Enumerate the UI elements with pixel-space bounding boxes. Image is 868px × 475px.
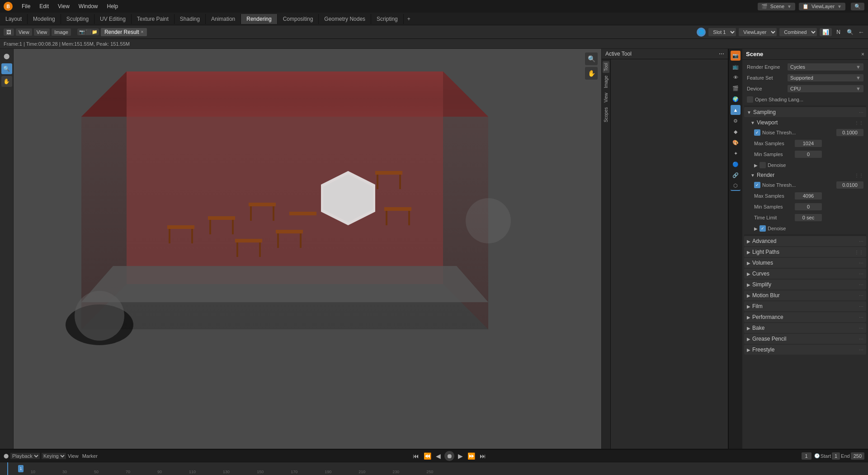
tab-scripting[interactable]: Scripting bbox=[371, 14, 404, 24]
editor-type-button[interactable]: 🖼 bbox=[4, 28, 14, 36]
open-shading-checkbox[interactable] bbox=[747, 96, 753, 103]
light-paths-section[interactable]: ▶ Light Paths ⋮⋮ bbox=[744, 247, 866, 257]
tab-animation[interactable]: Animation bbox=[206, 14, 241, 24]
simplify-section[interactable]: ▶ Simplify ⋯ bbox=[744, 280, 866, 290]
tool-hand[interactable]: ✋ bbox=[1, 76, 12, 87]
close-editor-button[interactable]: ← bbox=[858, 28, 864, 36]
bake-section[interactable]: ▶ Bake ⋯ bbox=[744, 323, 866, 333]
skip-start-button[interactable]: ⏮ bbox=[412, 451, 420, 461]
object-data-props-icon[interactable]: ⬡ bbox=[731, 181, 741, 191]
tab-uv-editing[interactable]: UV Editing bbox=[94, 14, 132, 24]
film-section[interactable]: ▶ Film ⋯ bbox=[744, 301, 866, 311]
sidebar-toggle[interactable]: N bbox=[835, 28, 842, 36]
search-area[interactable]: 🔍 bbox=[851, 3, 864, 10]
grease-pencil-section[interactable]: ▶ Grease Pencil ⋯ bbox=[744, 334, 866, 344]
prev-frame-button[interactable]: ⏪ bbox=[423, 451, 432, 461]
max-samples-viewport-value[interactable]: 1024 bbox=[795, 140, 822, 147]
view-layer-props-icon[interactable]: 👁 bbox=[731, 72, 741, 82]
keying-selector[interactable]: Keying bbox=[42, 453, 66, 459]
noise-thresh-render-checkbox[interactable]: ✓ bbox=[754, 182, 760, 188]
render-props-icon[interactable]: 📷 bbox=[731, 51, 741, 61]
feature-set-dropdown[interactable]: Supported ▼ bbox=[788, 74, 863, 81]
data-props-icon[interactable]: ◆ bbox=[731, 127, 741, 137]
view-menu-button[interactable]: View bbox=[16, 28, 32, 36]
prev-keyframe-button[interactable]: ◀ bbox=[435, 451, 442, 461]
tab-compositing[interactable]: Compositing bbox=[278, 14, 319, 24]
combined-selector[interactable]: Combined bbox=[779, 28, 817, 36]
menu-window[interactable]: Window bbox=[75, 2, 102, 10]
menu-help[interactable]: Help bbox=[104, 2, 122, 10]
zoom-overlay-button[interactable]: 🔍 bbox=[585, 52, 598, 65]
image-tab[interactable]: Image bbox=[603, 74, 609, 90]
modifier-props-icon[interactable]: ⚙ bbox=[731, 116, 741, 126]
tab-shading[interactable]: Shading bbox=[175, 14, 206, 24]
properties-close[interactable]: × bbox=[861, 51, 864, 57]
search-button[interactable]: 🔍 bbox=[845, 28, 855, 36]
scene-selector[interactable]: Scene bbox=[770, 4, 784, 9]
scene-props-icon[interactable]: 🎬 bbox=[731, 83, 741, 93]
curves-section[interactable]: ▶ Curves ⋯ bbox=[744, 269, 866, 279]
tl-expand-icon[interactable]: ⬤ bbox=[4, 453, 9, 458]
histogram-icon[interactable]: 📊 bbox=[820, 28, 832, 36]
image-menu-button[interactable]: Image bbox=[52, 28, 71, 36]
motion-blur-section[interactable]: ▶ Motion Blur ⋯ bbox=[744, 290, 866, 300]
world-props-icon[interactable]: 🌍 bbox=[731, 94, 741, 104]
freestyle-section[interactable]: ▶ Freestyle ⋯ bbox=[744, 345, 866, 355]
menu-edit[interactable]: Edit bbox=[36, 2, 52, 10]
noise-thresh-viewport-checkbox[interactable]: ✓ bbox=[754, 129, 760, 136]
particles-props-icon[interactable]: ✦ bbox=[731, 148, 741, 158]
view-tab[interactable]: View bbox=[603, 91, 609, 104]
volumes-section[interactable]: ▶ Volumes ⋯ bbox=[744, 258, 866, 268]
viewport[interactable]: 🔍 ✋ bbox=[14, 49, 601, 449]
material-props-icon[interactable]: 🎨 bbox=[731, 138, 741, 147]
tab-geometry-nodes[interactable]: Geometry Nodes bbox=[319, 14, 371, 24]
play-button[interactable]: ⏺ bbox=[444, 451, 454, 461]
performance-section[interactable]: ▶ Performance ⋯ bbox=[744, 312, 866, 322]
tool-tab[interactable]: Tool bbox=[603, 61, 609, 73]
view2-menu-button[interactable]: View bbox=[34, 28, 50, 36]
end-frame-field[interactable]: 250 bbox=[851, 452, 864, 460]
tab-sculpting[interactable]: Sculpting bbox=[61, 14, 94, 24]
render-result-tab[interactable]: Render Result × bbox=[101, 28, 147, 36]
denoise-viewport-checkbox[interactable] bbox=[760, 162, 766, 168]
object-props-icon[interactable]: ▲ bbox=[731, 105, 741, 115]
tab-modeling[interactable]: Modeling bbox=[28, 14, 61, 24]
view-layer-selector[interactable]: ViewLayer bbox=[811, 4, 835, 9]
advanced-section[interactable]: ▶ Advanced ⋯ bbox=[744, 236, 866, 246]
play-forward-button[interactable]: ▶ bbox=[457, 451, 464, 461]
start-frame-field[interactable]: 1 bbox=[832, 452, 840, 460]
close-render-result[interactable]: × bbox=[141, 29, 144, 34]
current-frame-field[interactable]: 1 bbox=[802, 452, 811, 460]
noise-thresh-render-value[interactable]: 0.0100 bbox=[836, 181, 863, 189]
physics-props-icon[interactable]: 🔵 bbox=[731, 159, 741, 169]
render-label[interactable]: Render bbox=[757, 172, 774, 178]
min-samples-render-value[interactable]: 0 bbox=[795, 203, 822, 210]
tab-rendering[interactable]: Rendering bbox=[241, 14, 277, 24]
viewport-label[interactable]: Viewport bbox=[757, 119, 778, 126]
tab-layout[interactable]: Layout bbox=[0, 14, 28, 24]
add-workspace-button[interactable]: + bbox=[404, 14, 414, 24]
playback-selector[interactable]: Playback bbox=[10, 453, 40, 459]
max-samples-render-value[interactable]: 4096 bbox=[795, 192, 822, 200]
view-layer-selector2[interactable]: ViewLayer bbox=[739, 28, 777, 36]
device-dropdown[interactable]: CPU ▼ bbox=[788, 85, 863, 92]
time-limit-value[interactable]: 0 sec bbox=[795, 214, 822, 221]
skip-end-button[interactable]: ⏭ bbox=[479, 451, 487, 461]
scopes-tab[interactable]: Scopes bbox=[603, 105, 609, 124]
sampling-section[interactable]: ▼ Sampling ⋯ bbox=[744, 107, 866, 117]
slot-selector[interactable]: Slot 1 bbox=[708, 28, 736, 36]
tool-expand[interactable]: ⬤ bbox=[1, 51, 12, 62]
min-samples-viewport-value[interactable]: 0 bbox=[795, 151, 822, 158]
menu-view[interactable]: View bbox=[54, 2, 73, 10]
tool-zoom[interactable]: 🔍 bbox=[1, 63, 12, 74]
noise-thresh-viewport-value[interactable]: 0.1000 bbox=[836, 129, 863, 136]
next-keyframe-button[interactable]: ⏩ bbox=[467, 451, 476, 461]
tab-texture-paint[interactable]: Texture Paint bbox=[132, 14, 175, 24]
view-tl-menu[interactable]: View bbox=[68, 453, 79, 459]
denoise-render-checkbox[interactable]: ✓ bbox=[760, 225, 766, 232]
active-tool-expand[interactable]: ⋯ bbox=[719, 51, 724, 57]
marker-tl-menu[interactable]: Marker bbox=[82, 453, 98, 459]
output-props-icon[interactable]: 📺 bbox=[731, 62, 741, 71]
constraints-props-icon[interactable]: 🔗 bbox=[731, 170, 741, 180]
render-engine-dropdown[interactable]: Cycles ▼ bbox=[788, 63, 863, 71]
